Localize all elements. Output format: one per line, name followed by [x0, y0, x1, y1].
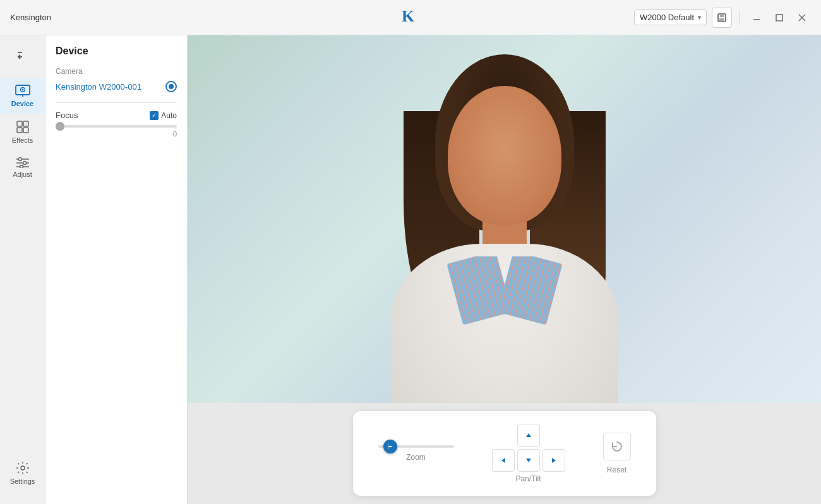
svg-rect-16: [23, 121, 28, 126]
camera-section-label: Camera: [56, 67, 177, 76]
sidebar-item-adjust-label: Adjust: [13, 171, 32, 178]
checkbox-icon: ✓: [150, 111, 159, 120]
zoom-slider-thumb[interactable]: [383, 440, 397, 453]
svg-rect-18: [23, 128, 28, 133]
sidebar: Device Effects: [0, 35, 45, 504]
zoom-section: Zoom: [378, 445, 454, 462]
title-bar: Kensington K W2000 Default ▾: [0, 0, 821, 35]
device-icon: [15, 85, 30, 97]
focus-row: Focus ✓ Auto: [56, 111, 177, 120]
camera-item[interactable]: Kensington W2000-001: [56, 81, 177, 92]
reset-button[interactable]: [603, 433, 631, 460]
pan-tilt-empty-tr: [542, 424, 565, 447]
app-logo: K: [402, 8, 419, 28]
camera-feed: [188, 35, 821, 403]
auto-label: Auto: [161, 111, 177, 120]
focus-slider-value: 0: [56, 130, 177, 138]
sidebar-item-device[interactable]: Device: [0, 78, 45, 114]
radio-inner: [169, 84, 174, 89]
svg-marker-26: [526, 433, 531, 437]
reset-label: Reset: [607, 465, 626, 474]
focus-slider-container: 0: [56, 125, 177, 138]
divider: [740, 10, 740, 25]
device-panel: Device Camera Kensington W2000-001 Focus…: [45, 35, 188, 504]
collar-right: [497, 256, 562, 325]
panel-title: Device: [56, 45, 177, 57]
pan-up-button[interactable]: [517, 424, 540, 447]
svg-rect-3: [719, 18, 724, 21]
reset-section: Reset: [603, 433, 631, 474]
svg-marker-27: [501, 458, 505, 463]
title-bar-controls: W2000 Default ▾: [634, 8, 811, 28]
camera-view: Zoom: [188, 35, 821, 504]
svg-rect-2: [720, 14, 724, 17]
pan-tilt-section: Pan/Tilt: [492, 424, 565, 483]
svg-point-22: [23, 162, 26, 165]
zoom-label: Zoom: [406, 453, 426, 462]
sidebar-item-settings[interactable]: Settings: [0, 455, 45, 491]
sidebar-item-settings-label: Settings: [10, 477, 35, 485]
focus-slider-track[interactable]: [56, 125, 177, 128]
svg-point-25: [21, 466, 25, 470]
collar-left: [446, 256, 512, 325]
auto-checkbox[interactable]: ✓ Auto: [150, 111, 177, 120]
controls-card: Zoom: [353, 411, 656, 496]
pan-tilt-grid: [492, 424, 565, 472]
panel-divider: [56, 102, 177, 103]
svg-rect-17: [17, 128, 22, 133]
svg-rect-15: [17, 121, 22, 126]
zoom-slider-track[interactable]: [378, 445, 454, 448]
profile-select[interactable]: W2000 Default ▾: [634, 9, 707, 25]
person-figure: [347, 35, 662, 403]
close-button[interactable]: [793, 9, 811, 27]
pan-tilt-empty-tl: [492, 424, 515, 447]
controls-panel: Zoom: [188, 403, 821, 504]
collapse-button[interactable]: [10, 43, 35, 68]
pan-tilt-label: Pan/Tilt: [515, 474, 541, 483]
collar: [441, 256, 568, 332]
sidebar-item-effects-label: Effects: [12, 136, 33, 144]
minimize-button[interactable]: [748, 9, 765, 27]
camera-name: Kensington W2000-001: [56, 82, 141, 92]
effects-icon: [16, 120, 30, 134]
camera-radio[interactable]: [165, 81, 177, 92]
main-layout: Device Effects: [0, 35, 821, 504]
sidebar-item-device-label: Device: [11, 100, 33, 107]
pan-right-button[interactable]: [542, 449, 565, 472]
checkmark-icon: ✓: [152, 112, 157, 119]
svg-marker-29: [552, 458, 556, 463]
svg-point-14: [21, 89, 23, 91]
svg-point-20: [18, 158, 21, 161]
app-title: Kensington: [10, 13, 51, 22]
sidebar-item-effects[interactable]: Effects: [0, 114, 45, 150]
svg-text:K: K: [402, 8, 415, 25]
profile-label: W2000 Default: [640, 13, 694, 22]
svg-point-24: [20, 165, 23, 169]
settings-icon: [16, 461, 30, 475]
chevron-down-icon: ▾: [698, 14, 701, 21]
pan-down-button[interactable]: [517, 449, 540, 472]
maximize-button[interactable]: [770, 9, 788, 27]
focus-label: Focus: [56, 111, 78, 120]
face: [448, 86, 561, 225]
zoom-slider-row: [378, 445, 454, 448]
svg-marker-28: [526, 459, 531, 462]
svg-rect-5: [776, 15, 782, 21]
pan-left-button[interactable]: [492, 449, 515, 472]
sidebar-item-adjust[interactable]: Adjust: [0, 150, 45, 184]
adjust-icon: [16, 157, 30, 168]
focus-slider-thumb[interactable]: [56, 122, 64, 131]
save-button[interactable]: [712, 8, 732, 28]
